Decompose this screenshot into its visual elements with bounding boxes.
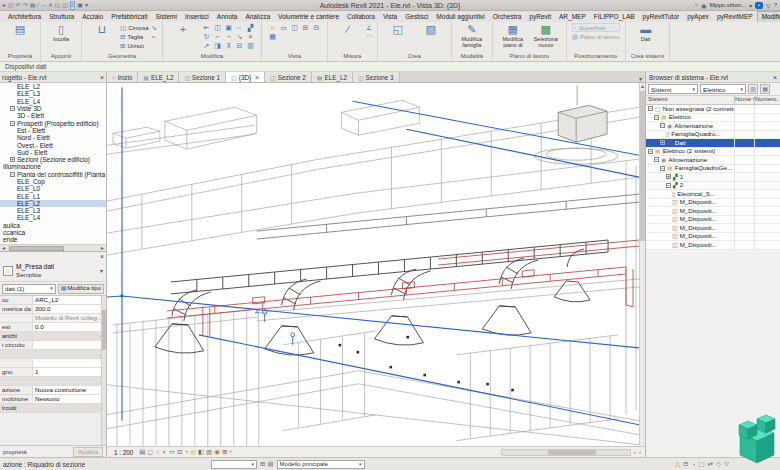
data-system-button[interactable]: ▬Dati xyxy=(631,23,661,42)
tree-item-ende[interactable]: ende xyxy=(0,236,106,243)
section-box-grip[interactable] xyxy=(120,294,123,297)
isolate-icon[interactable]: ◫ xyxy=(289,23,300,32)
ribbon-tab-filippo-lab[interactable]: FILIPPO_LAB xyxy=(590,12,639,22)
ribbon-tab-architettura[interactable]: Architettura xyxy=(4,12,45,22)
measure-button[interactable]: ∕ xyxy=(333,23,363,36)
collapse-icon[interactable]: − xyxy=(666,183,671,188)
tree-item-aulica[interactable]: aulica xyxy=(0,222,106,229)
system-item-non-assegnata-2-connetto[interactable]: −▢Non assegnata (2 connetto... xyxy=(646,105,780,114)
view-tab-sezione-2[interactable]: ◫Sezione 2 xyxy=(265,72,312,82)
lightbulb-icon[interactable]: ☼ xyxy=(267,23,278,32)
close-icon[interactable]: × xyxy=(100,253,104,260)
customize-qat-icon[interactable]: ▾ xyxy=(85,2,88,9)
shadows-icon[interactable]: ◐ xyxy=(163,447,167,457)
ribbon-tab-pyrevittutor[interactable]: pyRevitTutor xyxy=(639,12,684,22)
scroll-right-icon[interactable]: › xyxy=(634,449,636,455)
close-icon[interactable]: × xyxy=(100,74,104,81)
column-sistemi[interactable]: Sistemi xyxy=(646,96,734,104)
visual-style-icon[interactable]: ◻ xyxy=(147,447,152,457)
tree-item-prospetti-prospetto-edificio[interactable]: −Prospetti (Prospetto edificio) xyxy=(0,119,106,126)
type-preview[interactable]: ▯ M_Presa dati Semplice ▾ xyxy=(0,260,106,282)
view-tab-inizio[interactable]: ⌂Inizio xyxy=(107,72,138,82)
ribbon-tab-pyapex[interactable]: pyApex xyxy=(683,12,713,22)
view-tab-3d[interactable]: ◱{3D}× xyxy=(226,72,265,82)
collapse-icon[interactable]: − xyxy=(10,172,15,177)
property-section[interactable]: ▴ xyxy=(0,350,106,359)
offset-icon[interactable]: ⇔ xyxy=(234,23,245,32)
vscroll-thumb[interactable] xyxy=(640,91,645,241)
close-hidden-windows-icon[interactable]: ▣ xyxy=(77,2,83,9)
array-icon[interactable]: ▞ xyxy=(245,23,256,32)
wall-joins-icon[interactable]: ≈ xyxy=(152,32,157,41)
system-item-1[interactable]: +▞1 xyxy=(646,173,780,182)
ribbon-tab-ar-mep[interactable]: AR_MEP xyxy=(555,12,590,22)
system-item-alimentazione[interactable]: −◉Alimentazione xyxy=(646,156,780,165)
section-icon[interactable]: ◫ xyxy=(62,2,68,9)
ribbon-tab-pyrevitmep[interactable]: pyRevitMEP xyxy=(713,12,757,22)
system-item-famigliaquadro[interactable]: ▯FamigliaQuadro... xyxy=(646,131,780,140)
tree-item-illuminazione[interactable]: Illuminazione xyxy=(0,163,106,170)
thin-lines-icon[interactable]: ≡ xyxy=(70,1,76,10)
expand-icon[interactable]: + xyxy=(10,157,15,162)
unpin-icon[interactable]: ⊟ xyxy=(234,41,245,50)
select-links-icon[interactable]: ⇄ xyxy=(708,460,713,468)
view-tab-sezione-3[interactable]: ◫Sezione 3 xyxy=(353,72,400,82)
undo-icon[interactable]: ↶ xyxy=(16,2,21,9)
ribbon-tab-acciaio[interactable]: Acciaio xyxy=(78,12,107,22)
property-section[interactable]: ircuiti▴ xyxy=(0,404,106,413)
system-item-m-dispositi[interactable]: ◫M_Dispositi... xyxy=(646,233,780,242)
column-nome-vano[interactable]: Nome v... xyxy=(734,96,754,104)
press-drag-icon[interactable]: ▢ xyxy=(698,460,704,468)
system-item-2[interactable]: −▞2 xyxy=(646,182,780,191)
hscroll-thumb[interactable] xyxy=(548,450,596,455)
vscroll-thumb[interactable] xyxy=(102,310,106,350)
temporary-hide-isolate-icon[interactable]: ◔ xyxy=(184,447,188,457)
collapse-icon[interactable]: − xyxy=(660,123,665,128)
tree-item-ovest-elett[interactable]: Ovest - Elett xyxy=(0,141,106,148)
crop-visibility-icon[interactable]: ⊡ xyxy=(177,447,182,457)
reveal-hidden-elements-icon[interactable]: ◎ xyxy=(190,447,196,457)
view-tab-sezione-1[interactable]: ◫Sezione 1 xyxy=(179,72,226,82)
create-similar-button[interactable]: ▧ xyxy=(416,23,446,36)
tree-item-viste-3d[interactable]: −Viste 3D xyxy=(0,105,106,112)
tile-views-icon[interactable]: ▦ xyxy=(267,32,278,41)
edit-type-button[interactable]: ▦ Modifica tipo xyxy=(58,284,104,294)
exclude-options-icon[interactable]: ◔ xyxy=(691,461,695,468)
tree-item-ccanica[interactable]: ccanica xyxy=(0,229,106,236)
ribbon-tab-orchestra[interactable]: Orchestra xyxy=(489,12,526,22)
pick-new-host-button[interactable]: ▩Seleziona nuovo xyxy=(531,23,561,48)
tree-item-ele-l2[interactable]: ELE_L2 xyxy=(0,83,106,90)
tree-item-ele-l1[interactable]: ELE_L1 xyxy=(0,192,106,199)
tree-item-ele-l3[interactable]: ELE_L3 xyxy=(0,90,106,97)
properties-vscrollbar[interactable] xyxy=(101,296,106,445)
3d-viewport[interactable]: A xyxy=(107,83,639,446)
collapse-icon[interactable]: − xyxy=(660,166,665,171)
split-icon[interactable]: ¬ xyxy=(223,32,234,41)
ribbon-tab-moduli-aggiuntivi[interactable]: Moduli aggiuntivi xyxy=(432,12,488,22)
view-tab-ele-l2[interactable]: ▤ELE_L2 xyxy=(138,72,179,82)
scale-icon[interactable]: ↘ xyxy=(234,32,245,41)
expand-icon[interactable]: + xyxy=(660,140,665,145)
sun-path-icon[interactable]: ☼ xyxy=(155,447,161,457)
tree-item-ele-l4[interactable]: ELE_L4 xyxy=(0,98,106,105)
search-icon[interactable]: ○ xyxy=(695,2,699,8)
detail-level-icon[interactable]: ▤ xyxy=(139,447,145,457)
ribbon-tab-collabora[interactable]: Collabora xyxy=(343,12,379,22)
ribbon-tab-pyrevit[interactable]: pyRevit xyxy=(525,12,555,22)
collapse-icon[interactable]: − xyxy=(648,106,653,111)
analytical-model-icon[interactable]: ◉ xyxy=(214,447,220,457)
apply-button[interactable]: Applica xyxy=(73,447,103,457)
ribbon-tab-struttura[interactable]: Struttura xyxy=(45,12,78,22)
column-numero[interactable]: Numero... xyxy=(754,96,780,104)
tree-item-pianta-dei-controsoffitti-pianta-dei-con[interactable]: −Pianta dei controsoffitti (Pianta dei c… xyxy=(0,171,106,178)
open-icon[interactable]: ▸ xyxy=(3,2,6,9)
properties-help-link[interactable]: proprietà xyxy=(3,449,27,455)
collapse-icon[interactable]: − xyxy=(654,115,659,120)
system-item-alimentazione[interactable]: −◉Alimentazione xyxy=(646,122,780,131)
align-icon[interactable]: ⇤ xyxy=(201,23,212,32)
drawing-area[interactable]: A ▲ xyxy=(107,83,645,446)
column-settings-icon[interactable]: ▦ xyxy=(760,84,770,94)
constraints-icon[interactable]: ⊞ xyxy=(222,447,227,457)
view-by-dropdown[interactable]: Sistemi▾ xyxy=(648,84,698,94)
delete-icon[interactable]: × xyxy=(245,32,256,41)
